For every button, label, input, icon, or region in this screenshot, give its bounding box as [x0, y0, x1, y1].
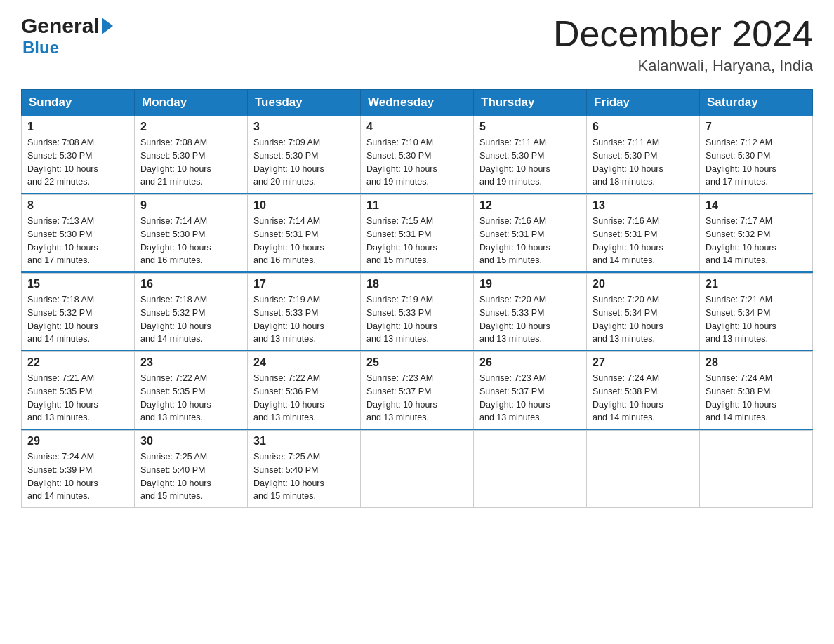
- day-info: Sunrise: 7:15 AMSunset: 5:31 PMDaylight:…: [366, 215, 468, 267]
- calendar-week-row: 22Sunrise: 7:21 AMSunset: 5:35 PMDayligh…: [22, 352, 813, 430]
- day-number: 31: [253, 435, 355, 448]
- day-number: 1: [27, 121, 128, 133]
- calendar-day-cell: 7Sunrise: 7:12 AMSunset: 5:30 PMDaylight…: [700, 116, 813, 194]
- day-number: 27: [593, 356, 694, 369]
- calendar-day-cell: 3Sunrise: 7:09 AMSunset: 5:30 PMDaylight…: [248, 116, 361, 194]
- calendar-day-cell: 25Sunrise: 7:23 AMSunset: 5:37 PMDayligh…: [361, 352, 474, 430]
- day-number: 26: [479, 356, 581, 369]
- calendar-day-cell: 2Sunrise: 7:08 AMSunset: 5:30 PMDaylight…: [135, 116, 248, 194]
- calendar-day-cell: 31Sunrise: 7:25 AMSunset: 5:40 PMDayligh…: [248, 431, 361, 508]
- day-number: 11: [366, 199, 468, 212]
- day-info: Sunrise: 7:25 AMSunset: 5:40 PMDaylight:…: [253, 450, 355, 503]
- calendar-day-cell: 16Sunrise: 7:18 AMSunset: 5:32 PMDayligh…: [135, 274, 248, 351]
- calendar-day-cell: 13Sunrise: 7:16 AMSunset: 5:31 PMDayligh…: [587, 195, 700, 273]
- day-info: Sunrise: 7:19 AMSunset: 5:33 PMDaylight:…: [253, 293, 355, 346]
- calendar-day-cell: [474, 431, 587, 508]
- calendar-day-cell: [361, 431, 474, 508]
- day-number: 3: [253, 121, 355, 133]
- page-header: General Blue December 2024 Kalanwali, Ha…: [21, 14, 813, 75]
- logo: General Blue: [21, 14, 113, 58]
- logo-general: General: [21, 14, 100, 38]
- calendar-header-row: SundayMondayTuesdayWednesdayThursdayFrid…: [22, 90, 813, 116]
- calendar-week-row: 15Sunrise: 7:18 AMSunset: 5:32 PMDayligh…: [22, 274, 813, 351]
- day-number: 18: [366, 278, 468, 290]
- day-number: 22: [27, 356, 128, 369]
- day-info: Sunrise: 7:18 AMSunset: 5:32 PMDaylight:…: [140, 293, 241, 346]
- day-number: 5: [479, 121, 581, 133]
- day-number: 2: [140, 121, 241, 133]
- calendar-table: SundayMondayTuesdayWednesdayThursdayFrid…: [21, 89, 813, 508]
- day-info: Sunrise: 7:23 AMSunset: 5:37 PMDaylight:…: [366, 372, 468, 424]
- day-info: Sunrise: 7:10 AMSunset: 5:30 PMDaylight:…: [366, 136, 468, 189]
- day-number: 7: [706, 121, 807, 133]
- calendar-day-cell: 14Sunrise: 7:17 AMSunset: 5:32 PMDayligh…: [700, 195, 813, 273]
- month-title: December 2024: [553, 14, 813, 54]
- calendar-day-cell: 11Sunrise: 7:15 AMSunset: 5:31 PMDayligh…: [361, 195, 474, 273]
- day-number: 24: [253, 356, 355, 369]
- calendar-day-cell: 30Sunrise: 7:25 AMSunset: 5:40 PMDayligh…: [135, 431, 248, 508]
- day-number: 21: [706, 278, 807, 290]
- day-of-week-header: Saturday: [700, 90, 813, 116]
- day-number: 20: [593, 278, 694, 290]
- day-info: Sunrise: 7:25 AMSunset: 5:40 PMDaylight:…: [140, 450, 241, 503]
- calendar-day-cell: 18Sunrise: 7:19 AMSunset: 5:33 PMDayligh…: [361, 274, 474, 351]
- calendar-day-cell: 28Sunrise: 7:24 AMSunset: 5:38 PMDayligh…: [700, 352, 813, 430]
- day-number: 8: [27, 199, 128, 212]
- day-number: 13: [593, 199, 694, 212]
- day-info: Sunrise: 7:12 AMSunset: 5:30 PMDaylight:…: [706, 136, 807, 189]
- day-info: Sunrise: 7:16 AMSunset: 5:31 PMDaylight:…: [479, 215, 581, 267]
- calendar-day-cell: 5Sunrise: 7:11 AMSunset: 5:30 PMDaylight…: [474, 116, 587, 194]
- day-info: Sunrise: 7:09 AMSunset: 5:30 PMDaylight:…: [253, 136, 355, 189]
- calendar-week-row: 29Sunrise: 7:24 AMSunset: 5:39 PMDayligh…: [22, 431, 813, 508]
- day-info: Sunrise: 7:17 AMSunset: 5:32 PMDaylight:…: [706, 215, 807, 267]
- day-number: 15: [27, 278, 128, 290]
- day-number: 17: [253, 278, 355, 290]
- day-info: Sunrise: 7:23 AMSunset: 5:37 PMDaylight:…: [479, 372, 581, 424]
- day-info: Sunrise: 7:14 AMSunset: 5:31 PMDaylight:…: [253, 215, 355, 267]
- calendar-day-cell: 24Sunrise: 7:22 AMSunset: 5:36 PMDayligh…: [248, 352, 361, 430]
- calendar-day-cell: 19Sunrise: 7:20 AMSunset: 5:33 PMDayligh…: [474, 274, 587, 351]
- location: Kalanwali, Haryana, India: [553, 57, 813, 75]
- calendar-day-cell: 12Sunrise: 7:16 AMSunset: 5:31 PMDayligh…: [474, 195, 587, 273]
- day-info: Sunrise: 7:22 AMSunset: 5:35 PMDaylight:…: [140, 372, 241, 424]
- logo-arrow-icon: [102, 18, 113, 34]
- calendar-day-cell: [587, 431, 700, 508]
- calendar-day-cell: 4Sunrise: 7:10 AMSunset: 5:30 PMDaylight…: [361, 116, 474, 194]
- day-number: 9: [140, 199, 241, 212]
- day-number: 16: [140, 278, 241, 290]
- calendar-day-cell: 26Sunrise: 7:23 AMSunset: 5:37 PMDayligh…: [474, 352, 587, 430]
- calendar-day-cell: 29Sunrise: 7:24 AMSunset: 5:39 PMDayligh…: [22, 431, 135, 508]
- day-info: Sunrise: 7:11 AMSunset: 5:30 PMDaylight:…: [593, 136, 694, 189]
- day-number: 6: [593, 121, 694, 133]
- calendar-day-cell: 20Sunrise: 7:20 AMSunset: 5:34 PMDayligh…: [587, 274, 700, 351]
- day-info: Sunrise: 7:24 AMSunset: 5:39 PMDaylight:…: [27, 450, 128, 503]
- day-of-week-header: Wednesday: [361, 90, 474, 116]
- logo-blue: Blue: [22, 38, 59, 58]
- calendar-week-row: 1Sunrise: 7:08 AMSunset: 5:30 PMDaylight…: [22, 116, 813, 194]
- calendar-week-row: 8Sunrise: 7:13 AMSunset: 5:30 PMDaylight…: [22, 195, 813, 273]
- day-info: Sunrise: 7:14 AMSunset: 5:30 PMDaylight:…: [140, 215, 241, 267]
- calendar-day-cell: 22Sunrise: 7:21 AMSunset: 5:35 PMDayligh…: [22, 352, 135, 430]
- calendar-day-cell: 21Sunrise: 7:21 AMSunset: 5:34 PMDayligh…: [700, 274, 813, 351]
- day-info: Sunrise: 7:11 AMSunset: 5:30 PMDaylight:…: [479, 136, 581, 189]
- day-number: 30: [140, 435, 241, 448]
- day-info: Sunrise: 7:08 AMSunset: 5:30 PMDaylight:…: [27, 136, 128, 189]
- day-of-week-header: Thursday: [474, 90, 587, 116]
- calendar-day-cell: 23Sunrise: 7:22 AMSunset: 5:35 PMDayligh…: [135, 352, 248, 430]
- calendar-day-cell: 17Sunrise: 7:19 AMSunset: 5:33 PMDayligh…: [248, 274, 361, 351]
- day-info: Sunrise: 7:16 AMSunset: 5:31 PMDaylight:…: [593, 215, 694, 267]
- day-of-week-header: Monday: [135, 90, 248, 116]
- day-of-week-header: Friday: [587, 90, 700, 116]
- day-number: 23: [140, 356, 241, 369]
- day-number: 19: [479, 278, 581, 290]
- day-info: Sunrise: 7:22 AMSunset: 5:36 PMDaylight:…: [253, 372, 355, 424]
- calendar-day-cell: [700, 431, 813, 508]
- day-info: Sunrise: 7:18 AMSunset: 5:32 PMDaylight:…: [27, 293, 128, 346]
- day-number: 28: [706, 356, 807, 369]
- day-info: Sunrise: 7:13 AMSunset: 5:30 PMDaylight:…: [27, 215, 128, 267]
- title-section: December 2024 Kalanwali, Haryana, India: [553, 14, 813, 75]
- day-number: 4: [366, 121, 468, 133]
- day-number: 25: [366, 356, 468, 369]
- day-number: 10: [253, 199, 355, 212]
- calendar-day-cell: 15Sunrise: 7:18 AMSunset: 5:32 PMDayligh…: [22, 274, 135, 351]
